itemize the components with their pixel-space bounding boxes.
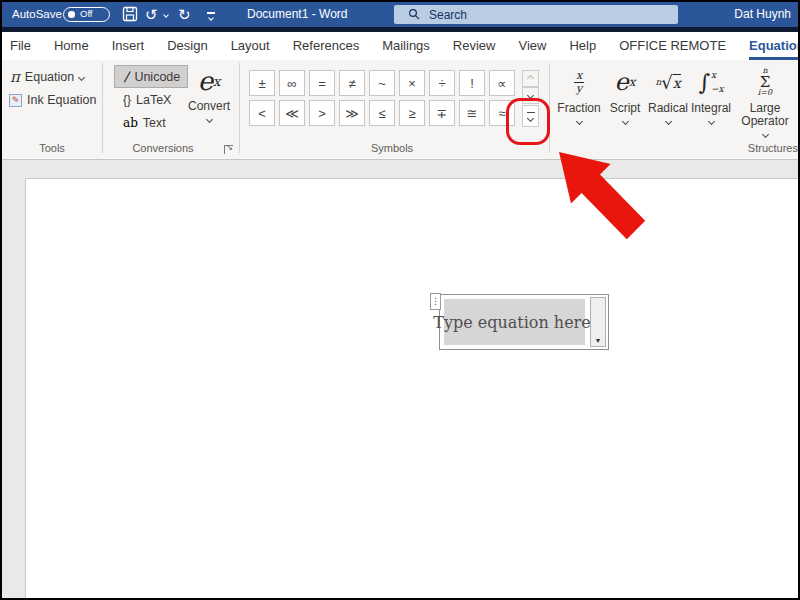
- document-page[interactable]: [25, 178, 800, 600]
- symbol-plus-minus[interactable]: ±: [249, 70, 275, 96]
- tab-equation[interactable]: Equation: [749, 32, 800, 60]
- integral-button[interactable]: ∫ x−x Integral: [687, 62, 735, 124]
- symbol-congruent[interactable]: ≅: [459, 100, 485, 126]
- ab-icon: ab: [123, 116, 138, 130]
- document-title: Document1 - Word: [247, 2, 347, 27]
- fraction-label: Fraction: [557, 102, 600, 115]
- equation-placeholder-box[interactable]: ⋮ Type equation here. ▼: [439, 294, 609, 350]
- autosave-toggle[interactable]: Off: [63, 7, 110, 22]
- text-button[interactable]: ab Text: [123, 116, 166, 130]
- symbol-minus-plus[interactable]: ∓: [429, 100, 455, 126]
- symbol-greater-than[interactable]: >: [309, 100, 335, 126]
- chevron-down-icon: [621, 118, 628, 125]
- equation-placeholder-area[interactable]: Type equation here.: [444, 299, 585, 345]
- integral-label: Integral: [691, 102, 731, 115]
- tab-view[interactable]: View: [518, 32, 546, 60]
- symbol-divide[interactable]: ÷: [429, 70, 455, 96]
- redo-icon[interactable]: ↻: [178, 2, 191, 27]
- unicode-button[interactable]: / Unicode: [114, 65, 188, 88]
- search-placeholder: Search: [429, 8, 467, 22]
- conversions-group-label: Conversions: [107, 142, 219, 154]
- ink-equation-label: Ink Equation: [27, 93, 97, 107]
- unicode-label: Unicode: [134, 70, 180, 84]
- latex-button[interactable]: {} LaTeX: [123, 93, 171, 107]
- chevron-down-icon: [78, 73, 85, 80]
- undo-dropdown-icon[interactable]: [163, 12, 169, 18]
- script-icon: ex: [615, 62, 636, 102]
- title-bar: AutoSave Off ↺ ↻ Document1 - Word Search…: [2, 2, 798, 27]
- symbol-not-equal[interactable]: ≠: [339, 70, 365, 96]
- symbol-much-less-than[interactable]: ≪: [279, 100, 305, 126]
- search-input[interactable]: Search: [394, 5, 678, 24]
- chevron-down-icon: [664, 118, 671, 125]
- tab-office-remote[interactable]: OFFICE REMOTE: [619, 32, 726, 60]
- script-button[interactable]: ex Script: [603, 62, 647, 124]
- chevron-down-icon: [761, 131, 768, 138]
- equation-handle[interactable]: ⋮: [430, 293, 441, 310]
- group-separator: [239, 63, 240, 153]
- fraction-button[interactable]: x y Fraction: [553, 62, 605, 124]
- script-label: Script: [610, 102, 641, 115]
- autosave-label: AutoSave: [12, 2, 62, 27]
- tab-review[interactable]: Review: [453, 32, 496, 60]
- text-label: Text: [143, 116, 166, 130]
- equation-options-strip[interactable]: ▼: [590, 297, 606, 347]
- braces-icon: {}: [123, 93, 131, 107]
- equation-dropdown-button[interactable]: π Equation: [10, 68, 84, 86]
- document-canvas: [2, 160, 798, 600]
- structures-group-label: Structures: [702, 142, 798, 154]
- symbol-equals[interactable]: =: [309, 70, 335, 96]
- conversions-dialog-launcher-icon[interactable]: [224, 145, 233, 154]
- user-name[interactable]: Dat Huynh: [734, 2, 791, 27]
- chevron-down-icon: [575, 118, 582, 125]
- symbol-less-equal[interactable]: ≤: [369, 100, 395, 126]
- symbol-infinity[interactable]: ∞: [279, 70, 305, 96]
- ribbon-tab-row: File Home Insert Design Layout Reference…: [2, 32, 798, 60]
- tab-mailings[interactable]: Mailings: [382, 32, 430, 60]
- convert-ex-icon: ex: [198, 62, 221, 100]
- tab-references[interactable]: References: [293, 32, 359, 60]
- symbol-less-than[interactable]: <: [249, 100, 275, 126]
- tools-group-label: Tools: [2, 142, 102, 154]
- convert-button[interactable]: ex Convert: [186, 62, 232, 122]
- chevron-down-icon: [707, 118, 714, 125]
- tab-home[interactable]: Home: [54, 32, 89, 60]
- convert-label: Convert: [188, 100, 230, 113]
- pi-equation-icon: π: [10, 68, 20, 86]
- symbol-factorial[interactable]: !: [459, 70, 485, 96]
- integral-icon: ∫ x−x: [698, 62, 723, 102]
- equation-placeholder-text: Type equation here.: [433, 313, 596, 332]
- symbols-scroll-up-button[interactable]: [522, 70, 539, 87]
- tab-insert[interactable]: Insert: [112, 32, 145, 60]
- equation-dropdown-icon[interactable]: ▼: [591, 337, 605, 344]
- chevron-down-icon: [205, 116, 212, 123]
- radical-label: Radical: [648, 102, 688, 115]
- tab-help[interactable]: Help: [569, 32, 596, 60]
- fraction-icon: x y: [574, 62, 584, 102]
- ink-pen-icon: ✎: [9, 94, 22, 107]
- ribbon: π Equation ✎ Ink Equation Tools / Unicod…: [2, 60, 798, 160]
- radical-button[interactable]: n√x Radical: [645, 62, 691, 124]
- symbol-proportional[interactable]: ∝: [489, 70, 515, 96]
- tab-design[interactable]: Design: [167, 32, 207, 60]
- quick-access-toolbar-icon[interactable]: [207, 12, 215, 20]
- large-operator-icon: n Σ i=0: [758, 62, 772, 102]
- ink-equation-button[interactable]: ✎ Ink Equation: [9, 93, 97, 107]
- autosave-state: Off: [80, 3, 93, 25]
- search-icon: [408, 8, 421, 21]
- symbol-much-greater-than[interactable]: ≫: [339, 100, 365, 126]
- symbol-tilde[interactable]: ~: [369, 70, 395, 96]
- tab-file[interactable]: File: [10, 32, 31, 60]
- toggle-knob-icon: [68, 11, 75, 18]
- save-icon[interactable]: [122, 6, 138, 22]
- symbol-greater-equal[interactable]: ≥: [399, 100, 425, 126]
- word-window: AutoSave Off ↺ ↻ Document1 - Word Search…: [0, 0, 800, 600]
- latex-label: LaTeX: [136, 93, 171, 107]
- undo-icon[interactable]: ↺: [145, 2, 158, 27]
- highlight-circle-annotation: [506, 98, 550, 145]
- group-separator: [102, 63, 103, 153]
- large-operator-label: Large Operator: [737, 102, 793, 128]
- tab-layout[interactable]: Layout: [231, 32, 270, 60]
- large-operator-button[interactable]: n Σ i=0 Large Operator: [735, 62, 795, 137]
- symbol-multiply[interactable]: ×: [399, 70, 425, 96]
